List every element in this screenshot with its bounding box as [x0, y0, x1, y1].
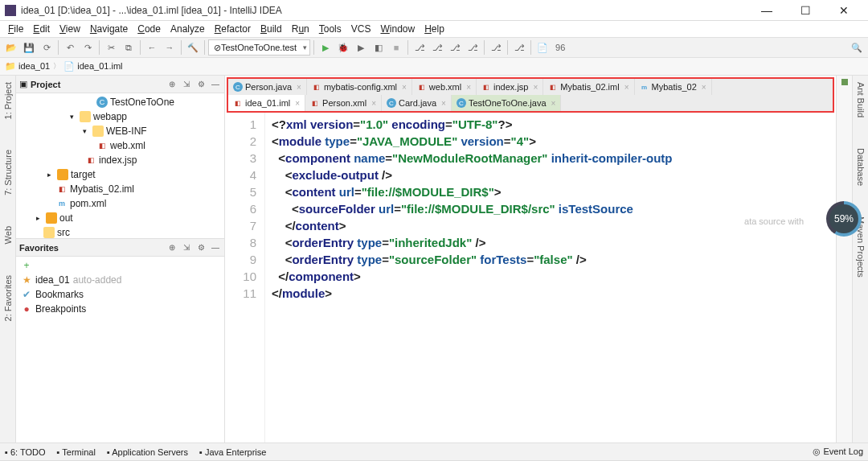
- fav-opt-icon[interactable]: ⊕: [166, 243, 178, 252]
- menu-tools[interactable]: Tools: [316, 23, 345, 35]
- profile-icon[interactable]: ◧: [371, 39, 387, 56]
- tool-tab-ant-build[interactable]: Ant Build: [856, 79, 866, 121]
- search-everywhere-icon[interactable]: 🔍: [849, 39, 865, 56]
- tool-tab-database[interactable]: Database: [856, 145, 866, 189]
- run-icon[interactable]: ▶: [317, 39, 334, 56]
- editor-tab[interactable]: CCard.java×: [382, 95, 452, 111]
- menu-file[interactable]: File: [5, 23, 27, 35]
- close-tab-icon[interactable]: ×: [295, 99, 300, 108]
- p7-icon[interactable]: 📄: [534, 39, 551, 56]
- run-config-select[interactable]: ⊘ TestOneToOne.test: [208, 39, 310, 56]
- menu-vcs[interactable]: VCS: [348, 23, 375, 35]
- close-tab-icon[interactable]: ×: [533, 83, 538, 92]
- panel-hide-icon[interactable]: —: [210, 80, 221, 88]
- refresh-icon[interactable]: ⟳: [39, 39, 55, 56]
- editor-tab[interactable]: ◧Person.xml×: [305, 95, 382, 111]
- menu-window[interactable]: Window: [377, 23, 418, 35]
- bottom-tab-application-servers[interactable]: ▪ Application Servers: [107, 447, 188, 457]
- tree-item[interactable]: src: [16, 225, 224, 238]
- fav-hide-icon[interactable]: —: [210, 243, 221, 252]
- tree-item[interactable]: ▸target: [16, 167, 224, 182]
- editor-tab[interactable]: CTestOneToOne.java×: [452, 95, 561, 111]
- close-tab-icon[interactable]: ×: [466, 83, 471, 92]
- menu-edit[interactable]: Edit: [30, 23, 53, 35]
- favorite-item[interactable]: +: [16, 258, 224, 273]
- tree-item[interactable]: CTestOneToOne: [16, 95, 224, 109]
- p5-icon[interactable]: ⎇: [488, 39, 504, 56]
- tool-tab-2--favorites[interactable]: 2: Favorites: [3, 272, 13, 324]
- menu-analyze[interactable]: Analyze: [167, 23, 208, 35]
- breadcrumb-item[interactable]: 📄 idea_01.iml: [63, 61, 122, 72]
- panel-opt-icon[interactable]: ⊕: [166, 80, 178, 88]
- fav-opt-icon[interactable]: ⇲: [181, 243, 192, 252]
- tree-item[interactable]: ◧web.xml: [16, 138, 224, 153]
- inspection-ok-icon[interactable]: [841, 79, 848, 85]
- fav-gear-icon[interactable]: ⚙: [195, 243, 207, 252]
- bottom-tab-terminal[interactable]: ▪ Terminal: [57, 447, 96, 457]
- menu-run[interactable]: Run: [289, 23, 313, 35]
- debug-icon[interactable]: 🐞: [335, 39, 351, 56]
- tree-item[interactable]: mpom.xml: [16, 196, 224, 211]
- editor-tab[interactable]: CPerson.java×: [228, 79, 307, 95]
- close-tab-icon[interactable]: ×: [551, 99, 556, 108]
- menu-build[interactable]: Build: [257, 23, 285, 35]
- tree-item[interactable]: ◧Mybatis_02.iml: [16, 182, 224, 196]
- panel-opt-icon[interactable]: ⇲: [181, 80, 192, 88]
- tool-tab-web[interactable]: Web: [3, 223, 13, 247]
- tree-item[interactable]: ◧index.jsp: [16, 153, 224, 167]
- redo-icon[interactable]: ↷: [80, 39, 96, 56]
- close-button[interactable]: ✕: [831, 4, 857, 17]
- event-log-tab[interactable]: ◎ Event Log: [813, 447, 863, 457]
- favorite-item[interactable]: ✔Bookmarks: [16, 287, 224, 302]
- breadcrumb-item[interactable]: 📁 idea_01: [5, 61, 50, 72]
- tree-item[interactable]: ▾webapp: [16, 109, 224, 124]
- build-icon[interactable]: 🔨: [185, 39, 201, 56]
- p6-icon[interactable]: ⎇: [511, 39, 527, 56]
- favorite-item[interactable]: ★idea_01 auto-added: [16, 273, 224, 287]
- close-tab-icon[interactable]: ×: [624, 83, 629, 92]
- save-icon[interactable]: 💾: [21, 39, 37, 56]
- minimize-button[interactable]: —: [754, 4, 780, 17]
- undo-icon[interactable]: ↶: [62, 39, 78, 56]
- favorite-item[interactable]: ●Breakpoints: [16, 302, 224, 316]
- panel-gear-icon[interactable]: ⚙: [195, 80, 207, 88]
- editor-tab[interactable]: ◧web.xml×: [412, 79, 477, 95]
- stop-icon[interactable]: ■: [388, 39, 404, 56]
- coverage-icon[interactable]: ▶: [353, 39, 369, 56]
- close-tab-icon[interactable]: ×: [297, 83, 301, 92]
- bottom-tab-6--todo[interactable]: ▪ 6: TODO: [5, 447, 46, 457]
- editor-tab[interactable]: mMybatis_02×: [635, 79, 712, 95]
- menu-code[interactable]: Code: [134, 23, 164, 35]
- close-tab-icon[interactable]: ×: [402, 83, 407, 92]
- p4-icon[interactable]: ⎇: [465, 39, 481, 56]
- editor-tab[interactable]: ◧Mybatis_02.iml×: [543, 79, 634, 95]
- forward-icon[interactable]: →: [162, 39, 178, 56]
- menu-help[interactable]: Help: [421, 23, 448, 35]
- project-tree[interactable]: CTestOneToOne▾webapp▾WEB-INF◧web.xml◧ind…: [16, 93, 224, 238]
- open-icon[interactable]: 📂: [3, 39, 19, 56]
- close-tab-icon[interactable]: ×: [371, 99, 376, 108]
- cut-icon[interactable]: ✂: [103, 39, 119, 56]
- tree-item[interactable]: ▸out: [16, 211, 224, 225]
- tree-item[interactable]: ▾WEB-INF: [16, 124, 224, 138]
- back-icon[interactable]: ←: [144, 39, 160, 56]
- close-tab-icon[interactable]: ×: [702, 83, 706, 92]
- code-editor[interactable]: 1234567891011 <?xml version="1.0" encodi…: [225, 113, 836, 442]
- copy-icon[interactable]: ⧉: [121, 39, 137, 56]
- menu-navigate[interactable]: Navigate: [87, 23, 131, 35]
- menu-refactor[interactable]: Refactor: [211, 23, 254, 35]
- p1-icon[interactable]: ⎇: [411, 39, 428, 56]
- p3-icon[interactable]: ⎇: [447, 39, 463, 56]
- bottom-tab-java-enterprise[interactable]: ▪ Java Enterprise: [199, 447, 266, 457]
- tool-tab-7--structure[interactable]: 7: Structure: [3, 146, 13, 199]
- editor-tab[interactable]: ◧index.jsp×: [477, 79, 543, 95]
- tool-tab-1--project[interactable]: 1: Project: [3, 79, 13, 122]
- source-code[interactable]: <?xml version="1.0" encoding="UTF-8"?><m…: [265, 113, 836, 442]
- editor-tab[interactable]: ◧mybatis-config.xml×: [307, 79, 412, 95]
- p2-icon[interactable]: ⎇: [429, 39, 445, 56]
- menu-view[interactable]: View: [56, 23, 84, 35]
- progress-indicator[interactable]: 59%: [826, 201, 862, 237]
- maximize-button[interactable]: ☐: [792, 4, 818, 17]
- editor-tab[interactable]: ◧idea_01.iml×: [228, 95, 305, 111]
- close-tab-icon[interactable]: ×: [441, 99, 446, 108]
